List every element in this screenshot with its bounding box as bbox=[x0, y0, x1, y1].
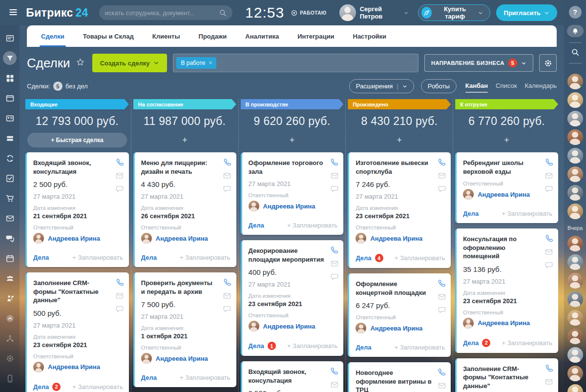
chat-icon[interactable] bbox=[116, 185, 124, 193]
sidebar-item-contacts-card[interactable] bbox=[3, 111, 17, 125]
deal-title[interactable]: Входящий звонок, консультация bbox=[33, 159, 123, 176]
deal-title[interactable]: Ребрендинг школы верховой езды bbox=[463, 159, 552, 176]
deal-title[interactable]: Оформление концертной площадки bbox=[356, 280, 445, 297]
sidebar-item-sync-arrows[interactable] bbox=[3, 151, 17, 165]
deal-card[interactable]: Изготовление вывески спортклуба7 246 руб… bbox=[348, 152, 451, 268]
schedule-link[interactable]: + Запланировать bbox=[287, 222, 337, 229]
app-logo[interactable]: Битрикс24 bbox=[26, 6, 88, 20]
deal-card[interactable]: Ребрендинг школы верховой ездыОтветствен… bbox=[455, 152, 558, 223]
sidebar-item-person-flag[interactable] bbox=[3, 291, 17, 305]
chat-icon[interactable] bbox=[331, 185, 338, 193]
add-deal-button[interactable]: + bbox=[170, 135, 199, 145]
phone-icon[interactable] bbox=[545, 234, 553, 243]
sidebar-item-settings-gear[interactable] bbox=[3, 351, 17, 365]
global-search-input[interactable]: искать сотрудника, документ... bbox=[99, 5, 232, 20]
envelope-icon[interactable] bbox=[331, 381, 338, 389]
tab-Интеграции[interactable]: Интеграции bbox=[288, 25, 343, 47]
responsible-link[interactable]: Андреева Ирина bbox=[48, 363, 100, 371]
envelope-icon[interactable] bbox=[116, 292, 124, 300]
contact-avatar[interactable] bbox=[567, 236, 583, 251]
chat-icon[interactable] bbox=[223, 305, 231, 313]
sidebar-item-mobile-device[interactable] bbox=[3, 371, 17, 385]
create-deal-button[interactable]: Создать сделку bbox=[92, 54, 167, 72]
responsible-link[interactable]: Андреева Ирина bbox=[370, 325, 422, 332]
contact-avatar[interactable] bbox=[567, 74, 583, 89]
contact-avatar[interactable] bbox=[567, 111, 583, 126]
view-tab-Канбан[interactable]: Канбан bbox=[465, 80, 488, 93]
responsible-link[interactable]: Андреева Ирина bbox=[263, 203, 315, 210]
chat-icon[interactable] bbox=[545, 185, 553, 193]
deal-card[interactable]: Заполнение CRM-формы "Контактные данные"… bbox=[455, 358, 558, 392]
deal-title[interactable]: Меню для пиццерии: дизайн и печать bbox=[141, 159, 230, 176]
activities-link[interactable]: Дела bbox=[356, 344, 371, 351]
tab-Сделки[interactable]: Сделки bbox=[32, 25, 74, 47]
phone-icon[interactable] bbox=[330, 158, 338, 166]
responsible-link[interactable]: Андреева Ирина bbox=[263, 323, 315, 330]
chat-icon[interactable] bbox=[438, 306, 446, 314]
add-deal-button[interactable]: + bbox=[492, 135, 522, 145]
tab-Продажи[interactable]: Продажи bbox=[189, 25, 236, 47]
deal-card[interactable]: Меню для пиццерии: дизайн и печать4 430 … bbox=[133, 152, 236, 267]
phone-icon[interactable] bbox=[438, 158, 446, 166]
chat-icon[interactable] bbox=[545, 261, 553, 269]
robots-button[interactable]: Роботы bbox=[421, 79, 457, 93]
schedule-link[interactable]: + Запланировать bbox=[502, 339, 552, 347]
sidebar-item-employees-group[interactable] bbox=[3, 271, 17, 285]
worktime-clock[interactable]: 12:53 bbox=[245, 4, 284, 21]
user-menu[interactable]: Сергей Петров bbox=[339, 4, 408, 21]
deal-title[interactable]: Заполнение CRM-формы "Контактные данные" bbox=[463, 365, 552, 391]
contact-avatar[interactable] bbox=[567, 148, 583, 164]
sidebar-collapse-chevron-icon[interactable] bbox=[3, 311, 17, 325]
phone-icon[interactable] bbox=[223, 278, 231, 287]
schedule-link[interactable]: + Запланировать bbox=[72, 254, 123, 261]
envelope-icon[interactable] bbox=[545, 378, 553, 386]
extensions-button[interactable]: Расширения | bbox=[349, 79, 414, 93]
add-deal-button[interactable]: + bbox=[277, 135, 307, 145]
sidebar-item-mail-envelope[interactable] bbox=[3, 211, 17, 225]
remove-filter-icon[interactable]: × bbox=[209, 60, 212, 66]
responsible-link[interactable]: Андреева Ирина bbox=[48, 235, 100, 242]
deal-title[interactable]: Новогоднее оформление витрины в ТРЦ bbox=[356, 369, 445, 392]
contact-avatar[interactable] bbox=[567, 273, 583, 289]
deal-card[interactable]: Проверить документы и передать в архив7 … bbox=[133, 272, 236, 387]
envelope-icon[interactable] bbox=[116, 172, 124, 180]
help-button[interactable]: ? bbox=[569, 6, 582, 19]
contact-avatar[interactable] bbox=[567, 254, 583, 270]
deal-card[interactable]: Входящий звонок, консультация2 500 руб.2… bbox=[241, 361, 344, 392]
favorite-star-icon[interactable] bbox=[76, 58, 84, 68]
sidebar-item-crm-funnel[interactable] bbox=[3, 51, 17, 65]
envelope-icon[interactable] bbox=[223, 172, 231, 180]
stage-header[interactable]: К отгрузке bbox=[455, 99, 558, 109]
contact-avatar[interactable] bbox=[567, 185, 583, 201]
settings-gear-button[interactable] bbox=[539, 54, 557, 72]
sidebar-item-apps-grid[interactable] bbox=[3, 71, 17, 85]
sidebar-search-button[interactable] bbox=[571, 48, 579, 58]
activities-link[interactable]: Дела bbox=[463, 339, 479, 347]
responsible-link[interactable]: Андреева Ирина bbox=[478, 191, 530, 198]
contact-avatar[interactable] bbox=[567, 366, 583, 381]
envelope-icon[interactable] bbox=[438, 382, 446, 390]
chat-icon[interactable] bbox=[331, 273, 338, 281]
responsible-link[interactable]: Андреева Ирина bbox=[478, 319, 530, 327]
phone-icon[interactable] bbox=[330, 246, 338, 254]
deal-title[interactable]: Входящий звонок, консультация bbox=[249, 368, 338, 385]
responsible-link[interactable]: Андреева Ирина bbox=[156, 235, 208, 242]
schedule-link[interactable]: + Запланировать bbox=[287, 342, 337, 350]
deal-title[interactable]: Проверить документы и передать в архив bbox=[141, 279, 230, 296]
view-tab-Календарь[interactable]: Календарь bbox=[524, 80, 557, 93]
deal-title[interactable]: Оформление торгового зала bbox=[249, 159, 338, 176]
contact-avatar[interactable] bbox=[567, 329, 583, 344]
envelope-icon[interactable] bbox=[545, 248, 553, 256]
chat-icon[interactable] bbox=[223, 185, 231, 193]
phone-icon[interactable] bbox=[223, 158, 231, 166]
work-status[interactable]: РАБОТАЮ bbox=[291, 10, 327, 16]
sidebar-item-sites-window[interactable] bbox=[3, 91, 17, 105]
schedule-link[interactable]: + Запланировать bbox=[180, 254, 230, 261]
envelope-icon[interactable] bbox=[545, 172, 553, 180]
deal-card[interactable]: Входящий звонок, консультация2 500 руб.2… bbox=[25, 152, 129, 267]
responsible-link[interactable]: Андреева Ирина bbox=[156, 355, 208, 362]
activities-link[interactable]: Дела bbox=[33, 383, 49, 391]
activities-link[interactable]: Дела bbox=[356, 254, 371, 262]
contact-avatar[interactable] bbox=[567, 129, 583, 145]
contact-avatar[interactable] bbox=[567, 347, 583, 363]
